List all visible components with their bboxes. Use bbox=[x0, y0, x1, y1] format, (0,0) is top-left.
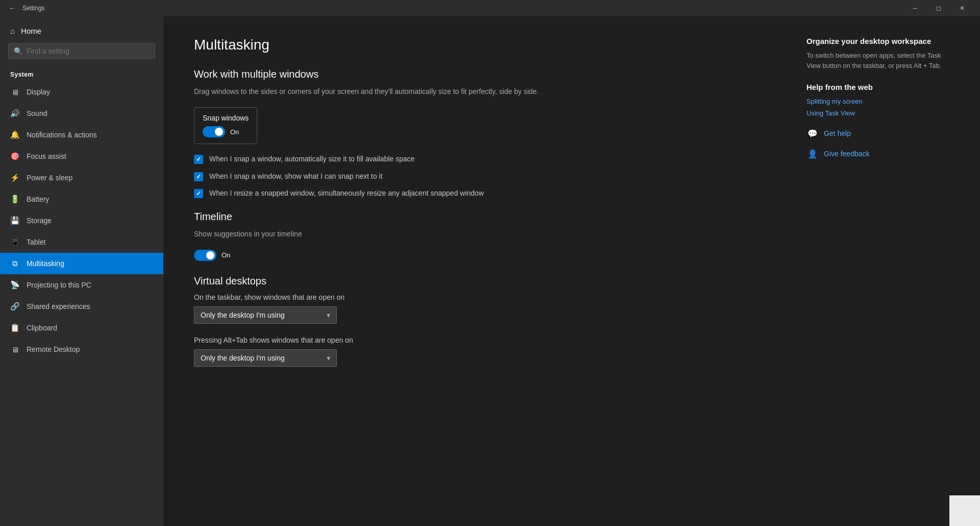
checkmark-3: ✓ bbox=[196, 190, 201, 197]
sidebar-section-label: System bbox=[0, 67, 163, 81]
back-button[interactable]: ← bbox=[6, 2, 18, 14]
checkmark-1: ✓ bbox=[196, 156, 201, 163]
give-feedback-label: Give feedback bbox=[824, 150, 870, 158]
sidebar-item-tablet[interactable]: 📱 Tablet bbox=[0, 231, 163, 253]
snap-windows-toggle-row: On bbox=[203, 126, 249, 137]
sound-icon: 🔊 bbox=[10, 109, 19, 118]
sidebar-item-battery[interactable]: 🔋 Battery bbox=[0, 188, 163, 210]
section3-heading: Virtual desktops bbox=[194, 275, 776, 287]
get-help-label: Get help bbox=[824, 129, 851, 137]
section1-desc: Drag windows to the sides or corners of … bbox=[194, 86, 776, 97]
timeline-toggle-row: On bbox=[194, 250, 776, 261]
sidebar: ⌂ Home 🔍 System 🖥 Display 🔊 Sound 🔔 Noti… bbox=[0, 16, 163, 526]
sidebar-item-projecting[interactable]: 📡 Projecting to this PC bbox=[0, 274, 163, 296]
checkbox-3[interactable]: ✓ bbox=[194, 189, 203, 198]
sidebar-item-sound[interactable]: 🔊 Sound bbox=[0, 103, 163, 124]
sidebar-item-notifications[interactable]: 🔔 Notifications & actions bbox=[0, 124, 163, 146]
sidebar-item-home[interactable]: ⌂ Home bbox=[0, 16, 163, 43]
snap-windows-label: Snap windows bbox=[203, 114, 249, 122]
sidebar-item-storage-label: Storage bbox=[27, 217, 52, 225]
checkbox-label-3: When I resize a snapped window, simultan… bbox=[209, 188, 484, 199]
section2-heading: Timeline bbox=[194, 211, 776, 223]
section1-heading: Work with multiple windows bbox=[194, 68, 776, 80]
storage-icon: 💾 bbox=[10, 216, 19, 225]
give-feedback-icon: 👤 bbox=[806, 148, 819, 160]
corner-box bbox=[949, 495, 980, 526]
timeline-toggle-state: On bbox=[222, 251, 230, 259]
organize-title: Organize your desktop workspace bbox=[806, 37, 949, 45]
section2-desc: Show suggestions in your timeline bbox=[194, 229, 776, 240]
sidebar-home-label: Home bbox=[21, 27, 41, 35]
clipboard-icon: 📋 bbox=[10, 323, 19, 332]
snap-windows-state: On bbox=[230, 128, 239, 136]
maximize-button[interactable]: ◻ bbox=[927, 0, 950, 16]
titlebar-title: Settings bbox=[22, 5, 44, 12]
get-help-icon: 💬 bbox=[806, 127, 819, 139]
sidebar-item-storage[interactable]: 💾 Storage bbox=[0, 210, 163, 231]
checkbox-label-2: When I snap a window, show what I can sn… bbox=[209, 172, 382, 182]
sidebar-item-multitasking[interactable]: ⧉ Multitasking bbox=[0, 253, 163, 274]
content-area: Multitasking Work with multiple windows … bbox=[163, 16, 980, 526]
timeline-toggle[interactable] bbox=[194, 250, 216, 261]
sidebar-item-battery-label: Battery bbox=[27, 195, 49, 203]
help-link-taskview[interactable]: Using Task View bbox=[806, 109, 949, 117]
sidebar-item-focus[interactable]: 🎯 Focus assist bbox=[0, 146, 163, 167]
checkbox-item-1: ✓ When I snap a window, automatically si… bbox=[194, 154, 776, 164]
get-help-action[interactable]: 💬 Get help bbox=[806, 127, 949, 139]
battery-icon: 🔋 bbox=[10, 195, 19, 204]
notifications-icon: 🔔 bbox=[10, 130, 19, 139]
minimize-button[interactable]: ─ bbox=[903, 0, 927, 16]
sidebar-item-focus-label: Focus assist bbox=[27, 152, 66, 160]
projecting-icon: 📡 bbox=[10, 280, 19, 290]
power-icon: ⚡ bbox=[10, 173, 19, 182]
remote-icon: 🖥 bbox=[10, 345, 19, 354]
sidebar-item-shared-label: Shared experiences bbox=[27, 302, 90, 310]
alttab-windows-dropdown-value: Only the desktop I'm using bbox=[201, 354, 285, 362]
sidebar-item-tablet-label: Tablet bbox=[27, 238, 45, 246]
snap-windows-toggle[interactable] bbox=[203, 126, 225, 137]
sidebar-item-clipboard[interactable]: 📋 Clipboard bbox=[0, 317, 163, 339]
sidebar-item-remote[interactable]: 🖥 Remote Desktop bbox=[0, 339, 163, 360]
sidebar-item-display-label: Display bbox=[27, 88, 50, 96]
multitasking-icon: ⧉ bbox=[10, 259, 19, 268]
page-title: Multitasking bbox=[194, 37, 776, 53]
dropdown2-label: Pressing Alt+Tab shows windows that are … bbox=[194, 336, 776, 344]
search-box[interactable]: 🔍 bbox=[8, 43, 155, 59]
sidebar-item-power-label: Power & sleep bbox=[27, 174, 72, 182]
content-main: Multitasking Work with multiple windows … bbox=[194, 37, 776, 506]
dropdown1-label: On the taskbar, show windows that are op… bbox=[194, 293, 776, 301]
sidebar-item-clipboard-label: Clipboard bbox=[27, 324, 57, 332]
alttab-windows-dropdown[interactable]: Only the desktop I'm using ▾ bbox=[194, 349, 337, 367]
window-controls: ─ ◻ ✕ bbox=[903, 0, 974, 16]
taskbar-windows-dropdown[interactable]: Only the desktop I'm using ▾ bbox=[194, 306, 337, 324]
sidebar-item-notifications-label: Notifications & actions bbox=[27, 131, 97, 139]
shared-icon: 🔗 bbox=[10, 302, 19, 311]
close-button[interactable]: ✕ bbox=[950, 0, 974, 16]
checkbox-label-1: When I snap a window, automatically size… bbox=[209, 154, 414, 164]
checkbox-2[interactable]: ✓ bbox=[194, 172, 203, 181]
sidebar-item-projecting-label: Projecting to this PC bbox=[27, 281, 91, 289]
checkmark-2: ✓ bbox=[196, 173, 201, 180]
focus-icon: 🎯 bbox=[10, 152, 19, 161]
checkbox-1[interactable]: ✓ bbox=[194, 155, 203, 164]
snap-windows-toggle-box: Snap windows On bbox=[194, 107, 257, 144]
sidebar-item-remote-label: Remote Desktop bbox=[27, 345, 80, 353]
search-input[interactable] bbox=[27, 47, 150, 55]
help-link-splitting[interactable]: Splitting my screen bbox=[806, 98, 949, 105]
alttab-dropdown-arrow-icon: ▾ bbox=[327, 354, 330, 362]
sidebar-item-power[interactable]: ⚡ Power & sleep bbox=[0, 167, 163, 188]
checkbox-item-3: ✓ When I resize a snapped window, simult… bbox=[194, 188, 776, 199]
timeline-toggle-thumb bbox=[206, 251, 214, 259]
sidebar-item-display[interactable]: 🖥 Display bbox=[0, 81, 163, 103]
checkbox-item-2: ✓ When I snap a window, show what I can … bbox=[194, 172, 776, 182]
tablet-icon: 📱 bbox=[10, 237, 19, 247]
sidebar-item-multitasking-label: Multitasking bbox=[27, 259, 64, 268]
taskbar-windows-dropdown-value: Only the desktop I'm using bbox=[201, 311, 285, 319]
help-sidebar: Organize your desktop workspace To switc… bbox=[806, 37, 949, 506]
titlebar: ← Settings ─ ◻ ✕ bbox=[0, 0, 980, 16]
search-icon: 🔍 bbox=[14, 47, 22, 55]
sidebar-item-shared[interactable]: 🔗 Shared experiences bbox=[0, 296, 163, 317]
organize-desc: To switch between open apps, select the … bbox=[806, 51, 949, 70]
app-container: ⌂ Home 🔍 System 🖥 Display 🔊 Sound 🔔 Noti… bbox=[0, 16, 980, 526]
give-feedback-action[interactable]: 👤 Give feedback bbox=[806, 148, 949, 160]
